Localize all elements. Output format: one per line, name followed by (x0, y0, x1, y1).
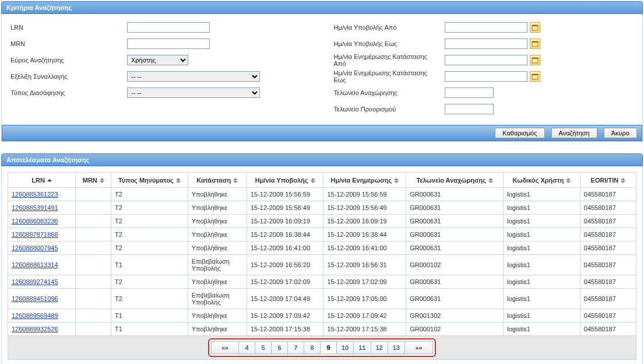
update-to-input[interactable] (445, 71, 527, 82)
cell-mrn (76, 188, 111, 201)
cell-customsdep: GR001302 (406, 309, 504, 323)
page-last-button[interactable]: »» (405, 341, 433, 354)
cell-usercode: logistis1 (504, 215, 580, 228)
cell-mrn (76, 275, 111, 289)
cell-eori: 045580187 (580, 323, 636, 336)
cell-status: Επιβεβαίωση Υποβολής (188, 289, 247, 309)
scope-select[interactable]: Χρήστης (127, 55, 188, 65)
label-update-to: Ημ/νία Ενημέρωσης Κατάστασης Εως (334, 69, 445, 83)
cell-submitdate: 15-12-2009 17:09:42 (247, 309, 323, 323)
label-mrn: MRN (10, 40, 127, 47)
lrn-link[interactable]: 1260886083236 (12, 218, 58, 225)
lrn-link[interactable]: 1260889569489 (12, 312, 58, 319)
sort-icon (100, 177, 104, 184)
cell-mrn (76, 228, 111, 242)
cancel-button[interactable]: Άκυρο (604, 128, 637, 138)
cell-status: Υποβλήθηκε (188, 228, 247, 242)
lrn-link[interactable]: 1260889451096 (12, 295, 58, 302)
page-13-button[interactable]: 13 (388, 341, 405, 354)
cell-usercode: logistis1 (504, 228, 580, 242)
results-table: LRN MRN Τύπος Μηνύματος Κατάσταση Ημ/νία… (8, 172, 636, 336)
cell-submitdate: 15-12-2009 15:56:59 (247, 188, 323, 201)
cell-submitdate: 15-12-2009 17:04:49 (247, 289, 323, 309)
page-first-button[interactable]: «« (211, 341, 239, 354)
lrn-link[interactable]: 1260885361223 (12, 191, 58, 198)
page-6-button[interactable]: 6 (272, 341, 288, 354)
sort-icon (621, 177, 625, 184)
cell-submitdate: 15-12-2009 15:56:49 (247, 201, 323, 215)
update-from-input[interactable] (445, 55, 527, 65)
cell-usercode: logistis1 (504, 188, 580, 201)
col-header-updatedate[interactable]: Ημ/νία Ενημέρωσης (323, 173, 406, 188)
lrn-link[interactable]: 1260887871868 (12, 231, 58, 238)
label-customs-dep: Τελωνείο Αναχώρησης (334, 89, 445, 96)
page-4-button[interactable]: 4 (239, 341, 255, 354)
cell-updatedate: 15-12-2009 17:05:00 (323, 289, 406, 309)
page-9-button[interactable]: 9 (321, 341, 337, 354)
label-scope: Εύρος Αναζήτησης (10, 57, 127, 64)
date-from-input[interactable] (445, 22, 527, 33)
cell-customsdep: GR000631 (406, 242, 504, 255)
page-8-button[interactable]: 8 (304, 341, 321, 354)
cell-eori: 045580187 (580, 201, 636, 215)
col-header-eori[interactable]: EORI/TIN (580, 173, 636, 188)
page-10-button[interactable]: 10 (337, 341, 354, 354)
decltype-select[interactable]: -- -- (127, 88, 260, 98)
col-header-usercode[interactable]: Κωδικός Χρήστη (504, 173, 580, 188)
calendar-icon[interactable] (530, 22, 540, 33)
lrn-input[interactable] (127, 22, 210, 33)
col-header-mrn[interactable]: MRN (76, 173, 111, 188)
cell-usercode: logistis1 (504, 323, 580, 336)
sort-icon (566, 177, 571, 184)
calendar-icon[interactable] (530, 55, 540, 65)
sort-asc-icon (47, 178, 52, 182)
col-header-lrn[interactable]: LRN (8, 173, 76, 188)
col-header-status[interactable]: Κατάσταση (188, 173, 247, 188)
table-row: 1260887871868T2Υποβλήθηκε15-12-2009 16:3… (8, 228, 636, 242)
customs-dep-input[interactable] (445, 88, 494, 98)
customs-dest-input[interactable] (445, 104, 494, 114)
cell-submitdate: 15-12-2009 16:38:44 (247, 228, 323, 242)
mrn-input[interactable] (127, 38, 210, 49)
search-button[interactable]: Αναζήτηση (551, 128, 597, 138)
date-to-input[interactable] (445, 38, 527, 49)
page-7-button[interactable]: 7 (288, 341, 304, 354)
page-5-button[interactable]: 5 (255, 341, 272, 354)
col-header-submitdate[interactable]: Ημ/νία Υποβολής (247, 173, 323, 188)
lrn-link[interactable]: 1260889274145 (12, 278, 58, 285)
criteria-panel-body: LRN MRN Εύρος Αναζήτησης Χρήστης Εξέλιξη… (1, 14, 643, 142)
col-header-customsdep[interactable]: Τελωνείο Αναχώρησης (406, 173, 504, 188)
cell-mrn (76, 201, 111, 215)
cell-status: Υποβλήθηκε (188, 215, 247, 228)
results-panel-body: LRN MRN Τύπος Μηνύματος Κατάσταση Ημ/νία… (1, 166, 643, 364)
clear-button[interactable]: Καθαρισμός (495, 128, 544, 138)
cell-updatedate: 15-12-2009 16:56:31 (323, 255, 406, 275)
svg-rect-3 (532, 41, 538, 43)
cell-usercode: logistis1 (504, 242, 580, 255)
cell-usercode: logistis1 (504, 255, 580, 275)
cell-msgtype: T2 (111, 228, 188, 242)
cell-usercode: logistis1 (504, 309, 580, 323)
calendar-icon[interactable] (530, 71, 540, 82)
calendar-icon[interactable] (530, 38, 540, 49)
cell-eori: 045580187 (580, 228, 636, 242)
lrn-link[interactable]: 1260888613314 (12, 261, 58, 268)
lrn-link[interactable]: 1260888007945 (12, 244, 58, 251)
col-header-msgtype[interactable]: Τύπος Μηνύματος (111, 173, 188, 188)
table-row: 1260885361223T2Υποβλήθηκε15-12-2009 15:5… (8, 188, 636, 201)
table-row: 1260886083236T2Υποβλήθηκε15-12-2009 16:0… (8, 215, 636, 228)
table-row: 1260889451096T2Επιβεβαίωση Υποβολής15-12… (8, 289, 636, 309)
cell-updatedate: 15-12-2009 16:09:19 (323, 215, 406, 228)
progress-select[interactable]: -- -- (127, 71, 260, 82)
page-11-button[interactable]: 11 (354, 341, 371, 354)
cell-usercode: logistis1 (504, 201, 580, 215)
cell-msgtype: T2 (111, 215, 188, 228)
results-panel-title: Αποτελέσματα Αναζήτησης (1, 153, 643, 166)
cell-mrn (76, 242, 111, 255)
page-12-button[interactable]: 12 (371, 341, 388, 354)
criteria-actions-bar: Καθαρισμός Αναζήτηση Άκυρο (2, 125, 642, 141)
label-update-from: Ημ/νία Ενημέρωσης Κατάστασης Από (334, 53, 445, 67)
lrn-link[interactable]: 1260889932526 (12, 326, 58, 332)
lrn-link[interactable]: 1260885391491 (12, 204, 58, 211)
cell-msgtype: T2 (111, 188, 188, 201)
